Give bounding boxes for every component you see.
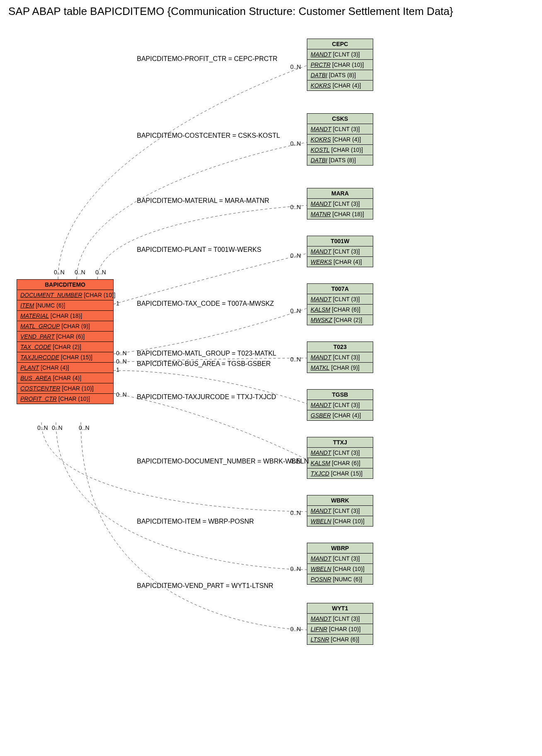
relation-label: BAPICDITEMO-ITEM = WBRP-POSNR	[137, 518, 254, 525]
field-name: MATL_GROUP	[20, 323, 60, 329]
cardinality: 0..N	[290, 140, 301, 147]
field-type: [CHAR (4)]	[332, 259, 362, 265]
entity-field: TAXJURCODE [CHAR (15)]	[17, 352, 113, 363]
field-name: MWSKZ	[311, 317, 332, 323]
field-type: [CHAR (4)]	[51, 375, 81, 381]
field-type: [CHAR (4)]	[331, 412, 361, 419]
entity-field: TXJCD [CHAR (15)]	[307, 468, 373, 478]
page-title: SAP ABAP table BAPICDITEMO {Communicatio…	[8, 5, 534, 18]
field-name: BUS_AREA	[20, 375, 51, 381]
field-type: [CHAR (2)]	[51, 344, 81, 350]
field-type: [CHAR (15)]	[329, 470, 362, 477]
relation-label: BAPICDITEMO-COSTCENTER = CSKS-KOSTL	[137, 132, 280, 139]
entity-header: WBRP	[307, 543, 373, 554]
entity-field: MATNR [CHAR (18)]	[307, 209, 373, 219]
entity-field: MANDT [CLNT (3)]	[307, 49, 373, 60]
field-name: MANDT	[311, 507, 331, 514]
entity-field: DATBI [DATS (8)]	[307, 155, 373, 165]
field-type: [CHAR (9)]	[330, 364, 360, 371]
entity-field: TAX_CODE [CHAR (2)]	[17, 342, 113, 352]
field-type: [CLNT (3)]	[331, 248, 360, 255]
entity-header: TGSB	[307, 390, 373, 400]
field-type: [CHAR (10)]	[331, 518, 365, 524]
entity-field: MANDT [CLNT (3)]	[307, 124, 373, 134]
entity-field: MANDT [CLNT (3)]	[307, 506, 373, 516]
cardinality: 0..N	[116, 358, 127, 365]
field-name: VEND_PART	[20, 333, 55, 340]
cardinality: 0..N	[37, 424, 48, 431]
cardinality: 0..N	[116, 350, 127, 356]
field-name: GSBER	[311, 412, 331, 419]
cardinality: 0..N	[290, 204, 301, 210]
cardinality: 0..N	[95, 269, 106, 276]
field-type: [CLNT (3)]	[331, 402, 360, 408]
field-type: [CHAR (10)]	[327, 626, 360, 632]
entity-field: VEND_PART [CHAR (6)]	[17, 332, 113, 342]
field-name: MATERIAL	[20, 312, 49, 319]
field-type: [CHAR (2)]	[332, 317, 362, 323]
field-name: WBELN	[311, 518, 331, 524]
entity-field: KALSM [CHAR (6)]	[307, 305, 373, 315]
relation-label: BAPICDITEMO-PLANT = T001W-WERKS	[137, 246, 261, 254]
entity-field: DOCUMENT_NUMBER [CHAR (10)]	[17, 290, 113, 300]
cardinality: 0..N	[75, 269, 85, 276]
relation-label: BAPICDITEMO-MATL_GROUP = T023-MATKL	[137, 350, 276, 357]
entity-wbrp: WBRPMANDT [CLNT (3)]WBELN [CHAR (10)]POS…	[307, 543, 373, 585]
relation-label: BAPICDITEMO-VEND_PART = WYT1-LTSNR	[137, 582, 273, 590]
field-name: MANDT	[311, 51, 331, 58]
field-name: KOSTL	[311, 146, 330, 153]
entity-field: DATBI [DATS (8)]	[307, 70, 373, 80]
cardinality: 0..N	[290, 252, 301, 259]
cardinality: 1	[116, 366, 119, 373]
field-type: [CHAR (6)]	[329, 636, 359, 643]
field-name: MATNR	[311, 211, 331, 217]
field-type: [CHAR (6)]	[330, 306, 360, 313]
entity-field: KOKRS [CHAR (4)]	[307, 80, 373, 90]
entity-field: KOKRS [CHAR (4)]	[307, 134, 373, 145]
field-type: [CHAR (15)]	[59, 354, 92, 361]
entity-mara: MARAMANDT [CLNT (3)]MATNR [CHAR (18)]	[307, 188, 373, 219]
field-type: [CLNT (3)]	[331, 449, 360, 456]
relation-label: BAPICDITEMO-DOCUMENT_NUMBER = WBRK-WBELN	[137, 458, 309, 465]
field-name: LTSNR	[311, 636, 329, 643]
field-name: MANDT	[311, 402, 331, 408]
field-name: DOCUMENT_NUMBER	[20, 292, 82, 298]
cardinality: 0..N	[290, 626, 301, 632]
entity-field: POSNR [NUMC (6)]	[307, 574, 373, 584]
field-name: MANDT	[311, 615, 331, 622]
entity-field: ITEM [NUMC (6)]	[17, 300, 113, 311]
cardinality: 0..N	[290, 510, 301, 516]
field-name: WERKS	[311, 259, 332, 265]
entity-header: CSKS	[307, 114, 373, 124]
field-name: PROFIT_CTR	[20, 395, 57, 402]
entity-t023: T023MANDT [CLNT (3)]MATKL [CHAR (9)]	[307, 341, 373, 373]
field-type: [CHAR (10)]	[331, 566, 365, 572]
cardinality: 0..N	[290, 307, 301, 314]
entity-csks: CSKSMANDT [CLNT (3)]KOKRS [CHAR (4)]KOST…	[307, 113, 373, 166]
entity-header: WBRK	[307, 495, 373, 506]
entity-field: KOSTL [CHAR (10)]	[307, 145, 373, 155]
entity-header: T007A	[307, 284, 373, 294]
field-type: [CLNT (3)]	[331, 615, 360, 622]
field-name: MANDT	[311, 126, 331, 132]
field-name: KOKRS	[311, 136, 331, 143]
entity-header: T001W	[307, 236, 373, 246]
entity-field: LTSNR [CHAR (6)]	[307, 634, 373, 644]
entity-header: CEPC	[307, 39, 373, 49]
entity-ttxj: TTXJMANDT [CLNT (3)]KALSM [CHAR (6)]TXJC…	[307, 437, 373, 479]
field-type: [CHAR (10)]	[57, 395, 90, 402]
field-type: [CLNT (3)]	[331, 507, 360, 514]
entity-field: PRCTR [CHAR (10)]	[307, 60, 373, 70]
entity-field: KALSM [CHAR (6)]	[307, 458, 373, 468]
field-name: DATBI	[311, 157, 327, 163]
relation-label: BAPICDITEMO-BUS_AREA = TGSB-GSBER	[137, 360, 271, 368]
field-name: PLANT	[20, 364, 39, 371]
entity-t007a: T007AMANDT [CLNT (3)]KALSM [CHAR (6)]MWS…	[307, 283, 373, 325]
field-type: [CHAR (6)]	[330, 460, 360, 466]
field-type: [CHAR (10)]	[82, 292, 115, 298]
entity-header: TTXJ	[307, 437, 373, 448]
field-name: COSTCENTER	[20, 385, 60, 392]
entity-t001w: T001WMANDT [CLNT (3)]WERKS [CHAR (4)]	[307, 236, 373, 267]
entity-header: BAPICDITEMO	[17, 280, 113, 290]
field-type: [DATS (8)]	[327, 157, 356, 163]
